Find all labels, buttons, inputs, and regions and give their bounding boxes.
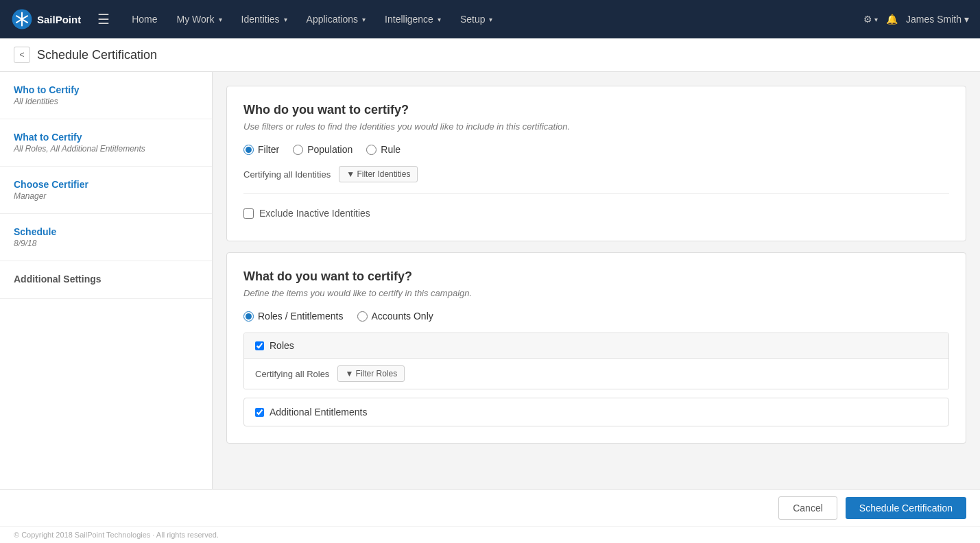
navbar-right: ⚙ ▾ 🔔 James Smith ▾ [863, 14, 969, 25]
what-to-certify-card: What do you want to certify? Define the … [226, 252, 966, 444]
sidebar-item-who-to-certify[interactable]: Who to Certify All Identities [0, 72, 212, 119]
bell-icon: 🔔 [886, 14, 898, 25]
filter-radio[interactable] [243, 145, 254, 155]
sidebar-item-schedule[interactable]: Schedule 8/9/18 [0, 214, 212, 261]
rule-radio-text: Rule [381, 144, 401, 155]
divider-1 [243, 193, 949, 194]
filter-radio-text: Filter [258, 144, 279, 155]
nav-items: Home My Work ▾ Identities ▾ Applications… [123, 10, 863, 29]
filter-radio-label[interactable]: Filter [243, 144, 279, 155]
what-radio-group: Roles / Entitlements Accounts Only [243, 311, 949, 322]
footer-bar: Cancel Schedule Certification [0, 489, 980, 526]
user-name-label: James Smith [906, 14, 961, 25]
filter-identities-button[interactable]: ▼ Filter Identities [339, 166, 418, 182]
back-button[interactable]: < [14, 47, 30, 63]
nav-home[interactable]: Home [123, 10, 165, 29]
additional-entitlements-label: Additional Entitlements [270, 407, 367, 418]
nav-my-work[interactable]: My Work ▾ [169, 10, 230, 29]
schedule-title: Schedule [14, 226, 198, 237]
additional-entitlements-sub-card: Additional Entitlements [243, 398, 949, 426]
my-work-chevron-icon: ▾ [219, 16, 222, 23]
setup-chevron-icon: ▾ [489, 16, 492, 23]
who-card-title: Who do you want to certify? [243, 103, 949, 117]
schedule-certification-button[interactable]: Schedule Certification [846, 497, 966, 519]
who-radio-group: Filter Population Rule [243, 144, 949, 155]
copyright-text: © Copyright 2018 SailPoint Technologies … [14, 531, 219, 539]
exclude-inactive-label: Exclude Inactive Identities [259, 208, 370, 219]
accounts-only-radio-label[interactable]: Accounts Only [357, 311, 433, 322]
population-radio-text: Population [307, 144, 352, 155]
sidebar-item-additional-settings[interactable]: Additional Settings [0, 261, 212, 299]
sailpoint-logo: SailPoint [11, 8, 81, 30]
certifying-filter-bar: Certifying all Identities ▼ Filter Ident… [243, 166, 949, 182]
user-chevron-icon: ▾ [964, 14, 969, 25]
copyright-bar: © Copyright 2018 SailPoint Technologies … [0, 526, 980, 543]
roles-sub-card-body: Certifying all Roles ▼ Filter Roles [244, 359, 948, 389]
accounts-only-radio[interactable] [357, 311, 368, 322]
certifying-all-label: Certifying all Identities [243, 169, 331, 180]
roles-entitlements-radio[interactable] [243, 311, 254, 322]
who-to-certify-card: Who do you want to certify? Use filters … [226, 86, 966, 241]
who-card-subtitle: Use filters or rules to find the Identit… [243, 121, 949, 132]
nav-intelligence[interactable]: Intelligence ▾ [377, 10, 449, 29]
exclude-inactive-checkbox[interactable] [243, 208, 254, 219]
schedule-subtitle: 8/9/18 [14, 239, 198, 248]
roles-checkbox[interactable] [255, 341, 264, 350]
what-card-title: What do you want to certify? [243, 269, 949, 284]
what-to-certify-subtitle: All Roles, All Additional Entitlements [14, 144, 198, 154]
content-area: Who do you want to certify? Use filters … [213, 72, 980, 489]
choose-certifier-subtitle: Manager [14, 191, 198, 201]
rule-radio[interactable] [366, 145, 377, 155]
identities-chevron-icon: ▾ [284, 16, 287, 23]
main-layout: Who to Certify All Identities What to Ce… [0, 72, 980, 489]
applications-chevron-icon: ▾ [362, 16, 366, 23]
nav-identities[interactable]: Identities ▾ [233, 10, 296, 29]
choose-certifier-title: Choose Certifier [14, 179, 198, 190]
sidebar-item-choose-certifier[interactable]: Choose Certifier Manager [0, 167, 212, 214]
settings-button[interactable]: ⚙ ▾ [863, 14, 878, 25]
nav-applications[interactable]: Applications ▾ [298, 10, 374, 29]
population-radio-label[interactable]: Population [293, 144, 352, 155]
what-card-subtitle: Define the items you would like to certi… [243, 288, 949, 298]
population-radio[interactable] [293, 145, 303, 155]
logo-text: SailPoint [37, 14, 81, 25]
page-title: Schedule Certification [37, 48, 157, 62]
cancel-button[interactable]: Cancel [778, 496, 837, 520]
what-to-certify-title: What to Certify [14, 132, 198, 143]
additional-entitlements-header: Additional Entitlements [255, 407, 937, 418]
additional-settings-title: Additional Settings [14, 274, 198, 285]
intelligence-chevron-icon: ▾ [438, 16, 441, 23]
user-menu-button[interactable]: James Smith ▾ [906, 14, 969, 25]
roles-entitlements-radio-label[interactable]: Roles / Entitlements [243, 311, 344, 322]
roles-entitlements-radio-text: Roles / Entitlements [258, 311, 344, 322]
exclude-inactive-row: Exclude Inactive Identities [243, 202, 949, 224]
gear-icon: ⚙ [863, 14, 872, 25]
filter-roles-button[interactable]: ▼ Filter Roles [337, 365, 405, 382]
notifications-button[interactable]: 🔔 [886, 14, 898, 25]
roles-sub-card: Roles Certifying all Roles ▼ Filter Role… [243, 333, 949, 389]
sidebar-item-what-to-certify[interactable]: What to Certify All Roles, All Additiona… [0, 119, 212, 167]
hamburger-menu-icon[interactable]: ☰ [97, 11, 110, 27]
roles-sub-card-header: Roles [244, 333, 948, 359]
who-to-certify-subtitle: All Identities [14, 97, 198, 106]
nav-setup[interactable]: Setup ▾ [452, 10, 501, 29]
additional-entitlements-checkbox[interactable] [255, 408, 264, 417]
gear-chevron-icon: ▾ [874, 16, 878, 23]
who-to-certify-title: Who to Certify [14, 84, 198, 95]
certifying-all-roles-label: Certifying all Roles [255, 369, 329, 379]
navbar: SailPoint ☰ Home My Work ▾ Identities ▾ … [0, 0, 980, 38]
breadcrumb: < Schedule Certification [0, 38, 980, 72]
roles-checkbox-label: Roles [270, 340, 294, 351]
accounts-only-radio-text: Accounts Only [372, 311, 433, 322]
sidebar: Who to Certify All Identities What to Ce… [0, 72, 213, 489]
rule-radio-label[interactable]: Rule [366, 144, 401, 155]
